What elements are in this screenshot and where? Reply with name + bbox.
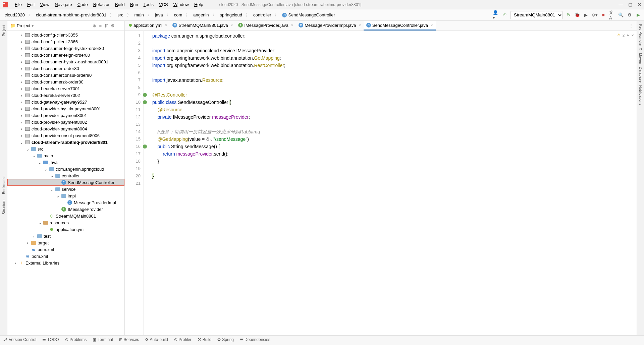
hide-icon[interactable]: —: [117, 23, 122, 28]
tree-node[interactable]: ⌄java: [7, 159, 124, 166]
notifications-button[interactable]: Notifications: [639, 84, 643, 107]
tree-node[interactable]: ⌄controller: [7, 172, 124, 179]
tree-node[interactable]: mpom.xml: [7, 253, 124, 260]
search-icon[interactable]: 🔍: [618, 12, 624, 18]
structure-tool-button[interactable]: Structure: [2, 198, 6, 216]
tool-spring[interactable]: ✿Spring: [217, 337, 234, 342]
tool-todo[interactable]: ☱TODO: [42, 337, 59, 342]
inspection-widget[interactable]: ⚠ 2 ∧ ∨: [617, 33, 634, 37]
tree-node[interactable]: ⌄service: [7, 186, 124, 192]
tree-node[interactable]: ›cloud-consumerconsul-order80: [7, 72, 124, 78]
close-tab-icon[interactable]: ×: [165, 23, 167, 27]
collapse-icon[interactable]: ⇵: [104, 23, 108, 28]
tool-auto-build[interactable]: ⟳Auto-build: [145, 337, 168, 342]
tool-version-control[interactable]: ⎇Version Control: [3, 337, 36, 342]
tree-node[interactable]: ›cloud-consumerzk-order80: [7, 78, 124, 85]
tree-node[interactable]: ›cloud-eureka-server7001: [7, 85, 124, 92]
tree-node[interactable]: ›cloud-config-client-3355: [7, 32, 124, 38]
minimize-button[interactable]: —: [619, 2, 623, 7]
editor-tab[interactable]: ⬢application.yml×: [126, 21, 170, 31]
menu-tools[interactable]: Tools: [141, 2, 156, 7]
tree-node[interactable]: ›cloud-consumer-feign-hystrix-order80: [7, 45, 124, 52]
settings-icon[interactable]: ⚙: [111, 23, 115, 28]
breadcrumb-item[interactable]: springcloud: [218, 12, 245, 18]
tree-node[interactable]: ⬢application.yml: [7, 226, 124, 233]
tree-node[interactable]: ›test: [7, 233, 124, 239]
breadcrumb-item[interactable]: cloud-stream-rabbitmq-provider8801: [34, 12, 108, 18]
menu-build[interactable]: Build: [112, 2, 127, 7]
tree-node[interactable]: ›cloud-provider-hystrix-payment8001: [7, 105, 124, 112]
tree-node[interactable]: ›cloud-providerconsul-payment8006: [7, 132, 124, 139]
menu-run[interactable]: Run: [127, 2, 141, 7]
project-tool-button[interactable]: Project: [2, 23, 6, 38]
tool-build[interactable]: ⚒Build: [198, 337, 212, 342]
close-tab-icon[interactable]: ×: [359, 23, 361, 27]
tool-problems[interactable]: ⊘Problems: [65, 337, 87, 342]
run-config-selector[interactable]: StreamMQMain8801: [510, 11, 563, 19]
code-content[interactable]: package com.angenin.springcloud.controll…: [144, 31, 637, 335]
tree-node[interactable]: ⌄src: [7, 146, 124, 152]
tabs-more-icon[interactable]: ⋮: [626, 23, 637, 28]
tree-node[interactable]: CSendMessageController: [7, 179, 124, 186]
tree-node[interactable]: CMessageProviderImpl: [7, 199, 124, 206]
tool-services[interactable]: ⊞Services: [119, 337, 139, 342]
menu-vcs[interactable]: VCS: [156, 2, 171, 7]
tool-profiler[interactable]: ⊙Profiler: [174, 337, 192, 342]
tree-node[interactable]: ›cloud-provider-payment8004: [7, 125, 124, 132]
profile-icon[interactable]: ⊙▾: [592, 12, 598, 18]
maximize-button[interactable]: ▢: [628, 2, 632, 7]
tree-node[interactable]: ›cloud-eureka-server7002: [7, 92, 124, 99]
breadcrumb-item[interactable]: java: [153, 12, 165, 18]
tree-node[interactable]: ⌄main: [7, 152, 124, 159]
database-button[interactable]: Database: [639, 65, 643, 84]
tree-node[interactable]: ›target: [7, 239, 124, 246]
tool-terminal[interactable]: ▣Terminal: [93, 337, 113, 342]
breadcrumb-item[interactable]: main: [132, 12, 146, 18]
close-tab-icon[interactable]: ×: [431, 23, 433, 27]
breadcrumb-item[interactable]: angenin: [191, 12, 211, 18]
menu-edit[interactable]: Edit: [24, 2, 37, 7]
tree-node[interactable]: ›cloud-consumer-hystrix-dashboard9001: [7, 58, 124, 65]
expand-icon[interactable]: ≡: [99, 23, 102, 28]
run-icon[interactable]: ↻: [566, 12, 572, 18]
tree-node[interactable]: ›cloud-provider-payment8002: [7, 119, 124, 125]
tree-node[interactable]: ›cloud-consumer-feign-order80: [7, 52, 124, 58]
tree-node[interactable]: IIMessageProvider: [7, 206, 124, 213]
menu-window[interactable]: Window: [171, 2, 192, 7]
breadcrumb-item[interactable]: cloud2020: [3, 12, 27, 18]
stop-icon[interactable]: ■: [600, 12, 606, 18]
bookmarks-tool-button[interactable]: Bookmarks: [2, 174, 6, 195]
close-tab-icon[interactable]: ×: [231, 23, 233, 27]
menu-help[interactable]: Help: [192, 2, 206, 7]
editor-tab[interactable]: CSendMessageController.java×: [364, 21, 436, 31]
tree-node[interactable]: ⌄cloud-stream-rabbitmq-provider8801: [7, 139, 124, 146]
tree-node[interactable]: ›cloud-gateway-gateway9527: [7, 99, 124, 105]
tree-node[interactable]: mpom.xml: [7, 246, 124, 253]
close-tab-icon[interactable]: ×: [291, 23, 293, 27]
breadcrumb-item[interactable]: src: [115, 12, 125, 18]
close-button[interactable]: ✕: [638, 2, 641, 7]
tree-node[interactable]: ›cloud-config-client-3366: [7, 38, 124, 45]
project-tree[interactable]: ›cloud-config-client-3355›cloud-config-c…: [7, 31, 124, 335]
maven-button[interactable]: Maven: [639, 52, 643, 65]
tree-node[interactable]: ⌄impl: [7, 192, 124, 199]
user-icon[interactable]: 👤▾: [493, 12, 499, 18]
breadcrumb-item[interactable]: com: [172, 12, 184, 18]
tree-node[interactable]: ›cloud-provider-payment8001: [7, 112, 124, 119]
editor-tab[interactable]: CMessageProviderImpl.java×: [296, 21, 364, 31]
next-icon[interactable]: ∨: [631, 33, 634, 37]
back-icon[interactable]: ↶: [501, 12, 507, 18]
menu-navigate[interactable]: Navigate: [52, 2, 74, 7]
menu-file[interactable]: File: [12, 2, 24, 7]
breadcrumb-item[interactable]: CSendMessageController: [280, 12, 337, 18]
coverage-icon[interactable]: ▶: [583, 12, 589, 18]
editor-tab[interactable]: IIMessageProvider.java×: [235, 21, 296, 31]
tree-node[interactable]: ⌄com.angenin.springcloud: [7, 166, 124, 172]
debug-icon[interactable]: 🐞: [574, 12, 580, 18]
editor-tab[interactable]: CStreamMQMain8801.java×: [170, 21, 235, 31]
key-promoter-button[interactable]: Key Promoter X: [639, 23, 643, 52]
translate-icon[interactable]: 文A: [609, 12, 615, 18]
menu-refactor[interactable]: Refactor: [91, 2, 112, 7]
menu-view[interactable]: View: [37, 2, 52, 7]
tree-node[interactable]: ⬡StreamMQMain8801: [7, 213, 124, 219]
